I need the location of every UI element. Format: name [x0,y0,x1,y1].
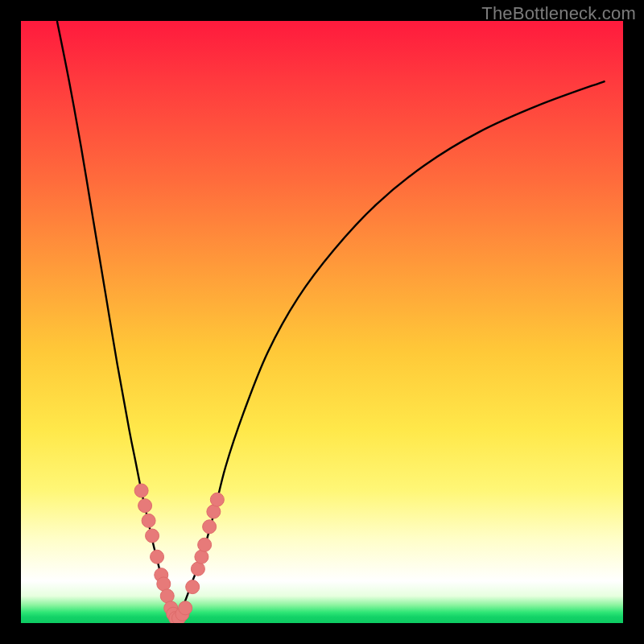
data-marker [160,589,174,603]
chart-svg [21,21,623,623]
data-marker [151,550,164,564]
data-marker [146,529,159,543]
curve-left-branch [57,21,175,620]
data-marker [195,550,208,564]
data-marker [210,493,224,506]
data-marker [207,505,221,518]
data-marker [191,562,204,576]
data-marker [142,514,155,527]
marker-group [134,484,224,623]
data-marker [179,601,192,615]
plot-area [21,21,623,623]
data-marker [138,499,152,513]
outer-frame: TheBottleneck.com [0,0,644,644]
data-marker [157,577,171,591]
watermark-text: TheBottleneck.com [481,3,636,24]
data-marker [198,538,212,551]
data-marker [203,520,217,534]
data-marker [134,484,148,497]
curve-right-branch [175,81,605,620]
data-marker [186,580,200,594]
